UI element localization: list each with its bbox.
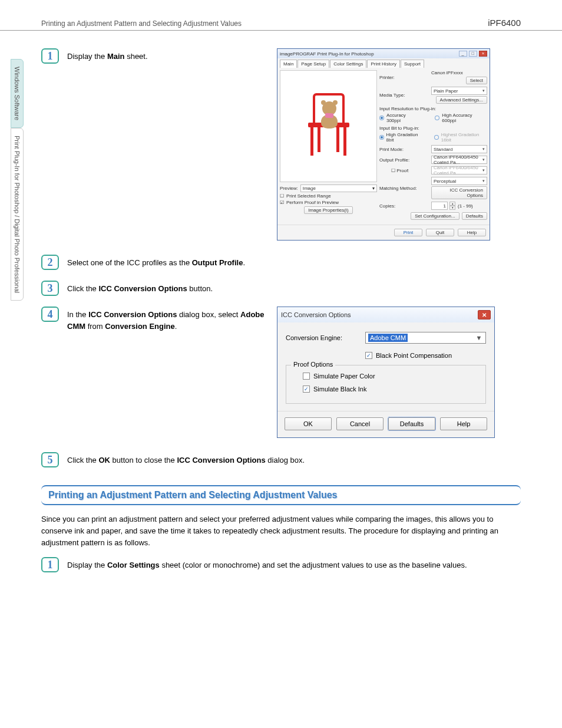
simulate-black-ink-label: Simulate Black Ink bbox=[313, 386, 366, 393]
side-tabs: Windows Software Print Plug-In for Photo… bbox=[11, 59, 24, 301]
proof-options-fieldset: Proof Options Simulate Paper Color ✓ Sim… bbox=[286, 365, 486, 404]
step-badge-1: 1 bbox=[41, 48, 59, 64]
maximize-icon[interactable]: □ bbox=[469, 51, 477, 57]
step-3: 3 Click the ICC Conversion Options butto… bbox=[41, 281, 521, 296]
ok-button[interactable]: OK bbox=[285, 417, 332, 430]
conversion-engine-label: Conversion Engine: bbox=[286, 334, 365, 341]
step-5-text: Click the OK button to close the ICC Con… bbox=[67, 452, 305, 466]
cancel-button[interactable]: Cancel bbox=[336, 417, 384, 430]
step-1-text: Display the Main sheet. bbox=[67, 48, 148, 62]
step-4: 4 In the ICC Conversion Options dialog b… bbox=[41, 307, 265, 332]
printer-value: Canon iPFxxxx bbox=[431, 70, 487, 75]
input-bit-label: Input Bit to Plug-in: bbox=[379, 126, 487, 131]
step-badge-5: 5 bbox=[41, 452, 59, 467]
tab-support[interactable]: Support bbox=[401, 60, 424, 68]
media-type-label: Media Type: bbox=[379, 93, 429, 98]
preview-select[interactable]: Image▾ bbox=[300, 185, 377, 192]
help-button[interactable]: Help bbox=[458, 229, 486, 236]
step-1: 1 Display the Main sheet. bbox=[41, 48, 265, 64]
preview-image bbox=[280, 70, 377, 182]
conversion-engine-select[interactable]: Adobe CMM▼ bbox=[365, 332, 486, 344]
tab-page-setup[interactable]: Page Setup bbox=[297, 60, 329, 68]
chk-print-selected[interactable]: ☐ bbox=[280, 193, 284, 199]
select-printer-button[interactable]: Select bbox=[466, 77, 487, 84]
proof-select: Canon iPF6400/6450 Coated Pa...▾ bbox=[431, 166, 487, 174]
step-4-text: In the ICC Conversion Options dialog box… bbox=[67, 307, 265, 332]
proof-options-legend: Proof Options bbox=[291, 361, 335, 368]
step-badge-2: 2 bbox=[41, 255, 59, 270]
copies-range: (1 - 99) bbox=[458, 203, 473, 209]
tab-color-settings[interactable]: Color Settings bbox=[330, 60, 366, 68]
preview-pane: Preview: Image▾ ☐Print Selected Range ☑P… bbox=[280, 70, 377, 222]
media-type-select[interactable]: Plain Paper▾ bbox=[431, 87, 487, 95]
close-icon[interactable]: ✕ bbox=[478, 310, 491, 319]
print-mode-select[interactable]: Standard▾ bbox=[431, 145, 487, 153]
preview-label: Preview: bbox=[280, 186, 298, 191]
copies-label: Copies: bbox=[379, 203, 429, 209]
radio-accuracy-300[interactable] bbox=[379, 116, 384, 120]
screenshot-icc-dialog: ICC Conversion Options ✕ Conversion Engi… bbox=[277, 307, 495, 438]
set-configuration-button[interactable]: Set Configuration... bbox=[411, 212, 459, 220]
section-step-1-text: Display the Color Settings sheet (color … bbox=[67, 557, 467, 571]
icc-conversion-options-button[interactable]: ICC Conversion Options bbox=[431, 186, 487, 199]
step-5: 5 Click the OK button to close the ICC C… bbox=[41, 452, 521, 467]
section-step-badge-1: 1 bbox=[41, 557, 59, 572]
step-badge-3: 3 bbox=[41, 281, 59, 296]
simulate-paper-color-label: Simulate Paper Color bbox=[313, 373, 375, 380]
printer-label: Printer: bbox=[379, 75, 429, 80]
minimize-icon[interactable]: _ bbox=[459, 51, 467, 57]
chk-black-point-compensation[interactable]: ✓ bbox=[365, 352, 372, 359]
advanced-settings-button[interactable]: Advanced Settings... bbox=[436, 96, 487, 104]
side-tab-print-plugin[interactable]: Print Plug-In for Photoshop / Digital Ph… bbox=[11, 128, 24, 301]
section-title: Printing an Adjustment Pattern and Selec… bbox=[48, 490, 337, 500]
step-badge-4: 4 bbox=[41, 307, 59, 322]
chk-perform-proof[interactable]: ☑ bbox=[280, 200, 284, 205]
tab-main[interactable]: Main bbox=[280, 60, 297, 68]
chk-simulate-black-ink[interactable]: ✓ bbox=[303, 386, 310, 393]
chk-proof[interactable]: ☐ bbox=[391, 168, 395, 173]
output-profile-select[interactable]: Canon iPF6400/6450 Coated Pa...▾ bbox=[431, 156, 487, 164]
quit-button[interactable]: Quit bbox=[426, 229, 454, 236]
icc-dialog-title: ICC Conversion Options bbox=[281, 311, 351, 318]
radio-gradation-16[interactable] bbox=[434, 135, 439, 140]
side-tab-windows-software[interactable]: Windows Software bbox=[11, 59, 24, 128]
section-step-1: 1 Display the Color Settings sheet (colo… bbox=[41, 557, 521, 572]
header-right: iPF6400 bbox=[488, 18, 521, 28]
radio-accuracy-600[interactable] bbox=[435, 116, 439, 120]
icc-dialog-titlebar: ICC Conversion Options ✕ bbox=[277, 307, 494, 322]
defaults-button[interactable]: Defaults bbox=[388, 417, 435, 430]
page-header: Printing an Adjustment Pattern and Selec… bbox=[0, 0, 562, 31]
step-2-text: Select one of the ICC profiles as the Ou… bbox=[67, 255, 245, 269]
dialog-tabs: Main Page Setup Color Settings Print His… bbox=[277, 58, 490, 68]
print-button[interactable]: Print bbox=[394, 229, 422, 236]
copies-spinner[interactable]: 1 ▴▾ bbox=[431, 202, 455, 210]
screenshot-main-dialog: imagePROGRAF Print Plug-In for Photoshop… bbox=[277, 48, 490, 241]
black-point-compensation-label: Black Point Compensation bbox=[376, 352, 452, 359]
radio-gradation-8[interactable] bbox=[379, 135, 384, 140]
window-buttons: _ □ × bbox=[458, 51, 487, 57]
close-icon[interactable]: × bbox=[479, 51, 487, 57]
matching-method-label: Matching Method: bbox=[379, 186, 429, 191]
help-button[interactable]: Help bbox=[440, 417, 487, 430]
output-profile-label: Output Profile: bbox=[379, 157, 429, 163]
header-left: Printing an Adjustment Pattern and Selec… bbox=[41, 19, 242, 28]
image-properties-button[interactable]: Image Properties(I) bbox=[304, 206, 352, 214]
dialog-titlebar: imagePROGRAF Print Plug-In for Photoshop… bbox=[277, 49, 490, 58]
section-heading: Printing an Adjustment Pattern and Selec… bbox=[41, 485, 521, 505]
defaults-button[interactable]: Defaults bbox=[462, 212, 487, 220]
print-mode-label: Print Mode: bbox=[379, 147, 429, 152]
dialog-title: imagePROGRAF Print Plug-In for Photoshop bbox=[280, 51, 374, 57]
settings-pane: Printer: Canon iPFxxxx Select Media Type… bbox=[379, 70, 487, 222]
step-2: 2 Select one of the ICC profiles as the … bbox=[41, 255, 521, 270]
section-paragraph: Since you can print an adjustment patter… bbox=[41, 513, 521, 549]
step-3-text: Click the ICC Conversion Options button. bbox=[67, 281, 213, 295]
chk-simulate-paper-color[interactable] bbox=[303, 373, 310, 380]
matching-method-select[interactable]: Perceptual▾ bbox=[431, 177, 487, 185]
input-resolution-label: Input Resolution to Plug-in: bbox=[379, 106, 487, 111]
tab-print-history[interactable]: Print History bbox=[367, 60, 400, 68]
